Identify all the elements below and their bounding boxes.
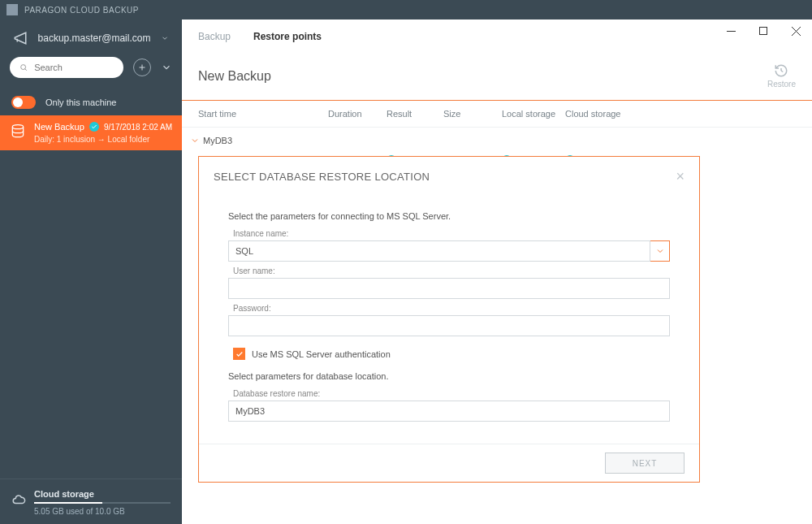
col-start-header: Start time — [198, 109, 328, 119]
titlebar: PARAGON CLOUD BACKUP — [0, 0, 812, 19]
only-this-machine-toggle[interactable] — [11, 96, 36, 109]
megaphone-icon — [13, 31, 28, 45]
database-icon — [10, 123, 26, 140]
sql-auth-label: Use MS SQL Server authentication — [252, 349, 391, 359]
backup-list-item[interactable]: New Backup 9/17/2018 2:02 AM Daily: 1 in… — [0, 115, 182, 150]
app-title: PARAGON CLOUD BACKUP — [24, 6, 139, 15]
password-input[interactable] — [228, 315, 670, 336]
search-icon — [19, 63, 28, 72]
chevron-down-icon — [161, 34, 169, 42]
storage-bar — [34, 502, 171, 504]
sidebar: backup.master@mail.com Only this machine — [0, 19, 182, 524]
chevron-down-icon[interactable] — [161, 62, 172, 73]
maximize-button[interactable] — [747, 19, 780, 42]
cloud-icon — [11, 492, 26, 507]
search-box[interactable] — [10, 57, 123, 78]
restore-location-dialog: SELECT DATABASE RESTORE LOCATION × Selec… — [198, 156, 700, 483]
minimize-button[interactable] — [715, 19, 747, 42]
col-duration-header: Duration — [328, 109, 387, 119]
close-button[interactable] — [780, 19, 812, 42]
tab-backup[interactable]: Backup — [198, 31, 231, 47]
check-icon — [89, 122, 99, 132]
toggle-label: Only this machine — [45, 97, 116, 107]
sql-auth-checkbox[interactable] — [233, 348, 245, 360]
backup-time: 9/17/2018 2:02 AM — [104, 123, 172, 132]
restore-name-input[interactable] — [228, 401, 670, 422]
dialog-section1: Select the parameters for connecting to … — [228, 211, 670, 221]
svg-point-4 — [12, 125, 23, 129]
password-label: Password: — [233, 304, 670, 313]
add-button[interactable] — [133, 58, 151, 76]
chevron-down-icon — [190, 136, 200, 145]
user-name-label: User name: — [233, 266, 670, 275]
account-row[interactable]: backup.master@mail.com — [0, 19, 182, 57]
tab-restore-points[interactable]: Restore points — [253, 31, 322, 47]
svg-rect-6 — [760, 28, 767, 35]
col-result-header: Result — [387, 109, 443, 119]
page-title: New Backup — [198, 69, 767, 84]
restore-name-label: Database restore name: — [233, 389, 670, 398]
instance-name-input[interactable] — [228, 240, 650, 262]
storage-footer: Cloud storage 5.05 GB used of 10.0 GB — [0, 479, 182, 524]
col-local-header: Local storage — [502, 109, 565, 119]
backup-name: New Backup — [34, 122, 84, 132]
storage-title: Cloud storage — [34, 489, 171, 499]
restore-button[interactable]: Restore — [767, 63, 796, 89]
restore-icon — [774, 63, 788, 78]
instance-name-label: Instance name: — [233, 229, 670, 238]
search-input[interactable] — [34, 63, 114, 72]
backup-detail: Daily: 1 inclusion → Local folder — [34, 135, 172, 144]
svg-line-1 — [25, 69, 27, 71]
app-icon — [6, 4, 18, 15]
svg-point-0 — [21, 65, 26, 70]
svg-line-10 — [781, 71, 783, 72]
instance-dropdown-button[interactable] — [650, 240, 670, 262]
storage-text: 5.05 GB used of 10.0 GB — [34, 507, 171, 516]
grid-header: Start time Duration Result Size Local st… — [182, 101, 812, 128]
col-size-header: Size — [443, 109, 502, 119]
col-cloud-header: Cloud storage — [565, 109, 638, 119]
user-name-input[interactable] — [228, 278, 670, 299]
dialog-section2: Select parameters for database location. — [228, 371, 670, 381]
dialog-close-button[interactable]: × — [676, 168, 685, 185]
dialog-title: SELECT DATABASE RESTORE LOCATION — [214, 171, 676, 183]
next-button[interactable]: NEXT — [605, 453, 685, 474]
account-email: backup.master@mail.com — [37, 32, 151, 44]
db-group-row[interactable]: MyDB3 — [182, 128, 812, 150]
